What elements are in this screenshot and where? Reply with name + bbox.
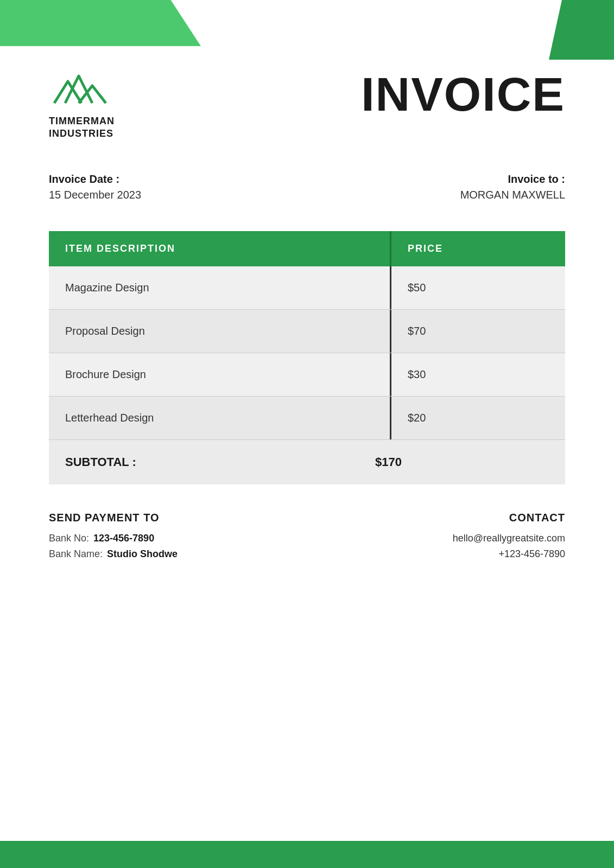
row-price: $70	[391, 310, 565, 353]
invoice-title: INVOICE	[361, 71, 565, 118]
bank-name-label: Bank Name:	[49, 548, 103, 560]
bottom-bar	[0, 841, 614, 868]
invoice-table: ITEM DESCRIPTION PRICE Magazine Design $…	[49, 231, 565, 484]
content-area: TIMMERMAN INDUSTRIES INVOICE Invoice Dat…	[0, 0, 614, 608]
invoice-date-value: 15 December 2023	[49, 189, 141, 201]
company-name: TIMMERMAN INDUSTRIES	[49, 115, 115, 141]
company-logo-icon	[49, 71, 114, 108]
header-price-text: PRICE	[408, 243, 443, 254]
row-description: Magazine Design	[49, 266, 390, 309]
bank-no-row: Bank No: 123-456-7890	[49, 533, 178, 544]
header-price-col: PRICE	[391, 231, 565, 266]
row-description: Letterhead Design	[49, 397, 390, 439]
subtotal-row: SUBTOTAL : $170	[49, 440, 565, 484]
subtotal-label: SUBTOTAL :	[65, 455, 375, 469]
bank-no-value: 123-456-7890	[93, 533, 154, 544]
contact-section: CONTACT hello@reallygreatsite.com +123-4…	[453, 512, 565, 564]
invoice-to-value: MORGAN MAXWELL	[460, 189, 565, 201]
table-body: Magazine Design $50 Proposal Design $70 …	[49, 266, 565, 484]
subtotal-value: $170	[375, 455, 549, 469]
payment-left: SEND PAYMENT TO Bank No: 123-456-7890 Ba…	[49, 512, 178, 564]
row-description: Proposal Design	[49, 310, 390, 353]
invoice-page: TIMMERMAN INDUSTRIES INVOICE Invoice Dat…	[0, 0, 614, 868]
invoice-date-label: Invoice Date :	[49, 173, 141, 186]
header-section: TIMMERMAN INDUSTRIES INVOICE	[49, 71, 565, 141]
header-description-col: ITEM DESCRIPTION	[49, 231, 390, 266]
payment-section: SEND PAYMENT TO Bank No: 123-456-7890 Ba…	[49, 512, 565, 564]
bank-name-row: Bank Name: Studio Shodwe	[49, 548, 178, 560]
contact-phone: +123-456-7890	[453, 548, 565, 560]
table-row: Magazine Design $50	[49, 266, 565, 310]
row-price: $20	[391, 397, 565, 439]
table-row: Letterhead Design $20	[49, 397, 565, 440]
table-row: Proposal Design $70	[49, 310, 565, 353]
payment-section-title: SEND PAYMENT TO	[49, 512, 178, 524]
row-price: $50	[391, 266, 565, 309]
row-description: Brochure Design	[49, 353, 390, 396]
logo-area: TIMMERMAN INDUSTRIES	[49, 71, 115, 141]
invoice-date-section: Invoice Date : 15 December 2023	[49, 173, 141, 201]
contact-email: hello@reallygreatsite.com	[453, 533, 565, 544]
invoice-meta: Invoice Date : 15 December 2023 Invoice …	[49, 173, 565, 201]
bank-no-label: Bank No:	[49, 533, 89, 544]
invoice-to-label: Invoice to :	[460, 173, 565, 186]
contact-title: CONTACT	[453, 512, 565, 524]
bank-name-value: Studio Shodwe	[107, 548, 178, 560]
invoice-to-section: Invoice to : MORGAN MAXWELL	[460, 173, 565, 201]
table-row: Brochure Design $30	[49, 353, 565, 397]
row-price: $30	[391, 353, 565, 396]
table-header-row: ITEM DESCRIPTION PRICE	[49, 231, 565, 266]
header-description-text: ITEM DESCRIPTION	[65, 243, 175, 254]
